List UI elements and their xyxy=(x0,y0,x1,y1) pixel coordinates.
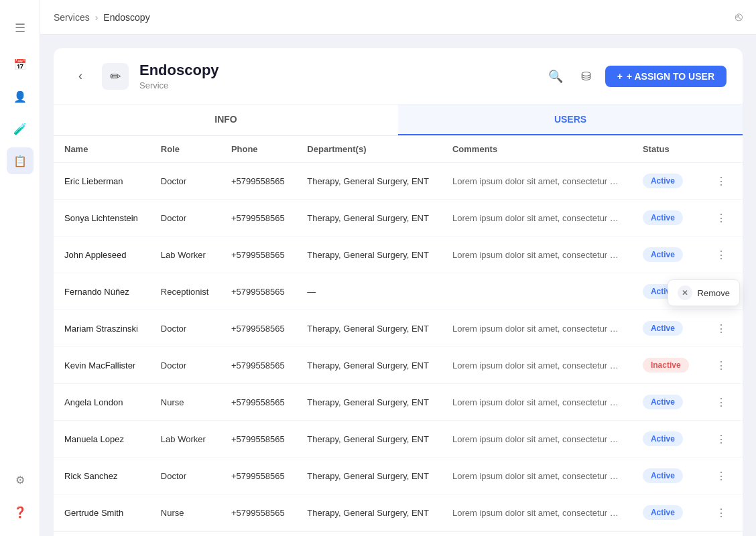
plus-icon: + xyxy=(617,71,623,82)
cell-departments: Therapy, General Surgery, ENT xyxy=(296,310,442,347)
row-menu-button[interactable]: ⋮ xyxy=(711,429,731,449)
cell-comments: Lorem ipsum dolor sit amet, consectetur … xyxy=(442,421,632,458)
table-row: Kevin MacFallister Doctor +5799558565 Th… xyxy=(54,347,743,384)
cell-departments: Therapy, General Surgery, ENT xyxy=(296,421,442,458)
cell-menu: ⋮ xyxy=(700,200,743,237)
cell-menu: ⋮ xyxy=(700,494,743,531)
row-menu-button[interactable]: ⋮ xyxy=(711,208,731,228)
cell-status: Active xyxy=(632,421,700,458)
cell-role: Lab Worker xyxy=(150,237,220,273)
cell-status: Active xyxy=(632,384,700,421)
search-button[interactable]: 🔍 xyxy=(544,64,568,88)
table-row: John Appleseed Lab Worker +5799558565 Th… xyxy=(54,237,743,273)
col-role: Role xyxy=(150,136,220,163)
sidebar-item-help[interactable]: ❓ xyxy=(7,498,34,525)
table-row: Gertrude Smith Nurse +5799558565 Therapy… xyxy=(54,494,743,531)
row-menu-button[interactable]: ⋮ xyxy=(711,392,731,412)
cell-comments: Lorem ipsum dolor sit amet, consectetur … xyxy=(442,237,632,273)
tab-users[interactable]: USERS xyxy=(398,105,743,135)
col-departments: Department(s) xyxy=(296,136,442,163)
status-badge: Active xyxy=(643,174,683,188)
cell-phone: +5799558565 xyxy=(220,494,296,531)
cell-role: Doctor xyxy=(150,347,220,384)
cell-menu: ⋮ xyxy=(700,384,743,421)
status-badge: Active xyxy=(643,210,683,225)
cell-name: Eric Lieberman xyxy=(54,163,150,200)
cell-comments: Lorem ipsum dolor sit amet, consectetur … xyxy=(442,384,632,421)
table-row: Manuela Lopez Lab Worker +5799558565 The… xyxy=(54,421,743,458)
breadcrumb: Services › Endoscopy xyxy=(54,12,150,23)
cell-role: Receptionist xyxy=(150,273,220,310)
col-comments: Comments xyxy=(442,136,632,163)
sidebar-item-settings[interactable]: ⚙ xyxy=(7,466,34,493)
row-menu-button[interactable]: ⋮ xyxy=(711,171,731,191)
cell-name: Kevin MacFallister xyxy=(54,347,150,384)
cell-phone: +5799558565 xyxy=(220,421,296,458)
col-actions xyxy=(700,136,743,163)
dropdown-close-button[interactable]: ✕ xyxy=(678,285,692,300)
breadcrumb-current: Endoscopy xyxy=(103,12,149,23)
sidebar-item-lab[interactable]: 🧪 xyxy=(7,115,34,142)
cell-name: Angela London xyxy=(54,384,150,421)
cell-name: Gertrude Smith xyxy=(54,494,150,531)
cell-status: Inactive xyxy=(632,347,700,384)
cell-phone: +5799558565 xyxy=(220,163,296,200)
row-menu-button[interactable]: ⋮ xyxy=(711,355,731,375)
cell-name: Mariam Straszinski xyxy=(54,310,150,347)
tab-info[interactable]: INFO xyxy=(54,105,398,135)
table-row: Rick Sanchez Doctor +5799558565 Therapy,… xyxy=(54,458,743,494)
cell-role: Doctor xyxy=(150,458,220,494)
assign-to-user-button[interactable]: + + ASSIGN TO USER xyxy=(605,66,727,87)
breadcrumb-separator: › xyxy=(95,12,99,23)
topbar: Services › Endoscopy ⎋ xyxy=(40,0,756,35)
cell-phone: +5799558565 xyxy=(220,384,296,421)
cell-menu: ⋮ xyxy=(700,237,743,273)
status-badge: Active xyxy=(643,395,683,409)
cell-phone: +5799558565 xyxy=(220,310,296,347)
row-action-dropdown: ✕ Remove xyxy=(668,279,740,306)
row-menu-button[interactable]: ⋮ xyxy=(711,466,731,486)
cell-status: Active xyxy=(632,237,700,273)
filter-button[interactable]: ⛁ xyxy=(574,64,598,88)
remove-label[interactable]: Remove xyxy=(698,288,730,298)
col-name: Name xyxy=(54,136,150,163)
header-actions: 🔍 ⛁ + + ASSIGN TO USER xyxy=(544,64,727,88)
sidebar-item-menu[interactable]: ☰ xyxy=(7,15,34,42)
row-menu-button[interactable]: ⋮ xyxy=(711,318,731,338)
cell-comments: Lorem ipsum dolor sit amet, consectetur … xyxy=(442,458,632,494)
service-icon: ✏ xyxy=(102,63,129,90)
cell-phone: +5799558565 xyxy=(220,347,296,384)
cell-name: Sonya Lichtenstein xyxy=(54,200,150,237)
cell-status: Active xyxy=(632,163,700,200)
cell-status: Active xyxy=(632,458,700,494)
back-button[interactable]: ‹ xyxy=(70,66,91,87)
cell-phone: +5799558565 xyxy=(220,200,296,237)
users-table-container: Name Role Phone Department(s) Comments S… xyxy=(54,136,743,531)
cell-departments: — xyxy=(296,273,442,310)
row-menu-button[interactable]: ⋮ xyxy=(711,245,731,265)
status-badge: Active xyxy=(643,431,683,446)
sidebar-item-patients[interactable]: 👤 xyxy=(7,83,34,110)
cell-comments: Lorem ipsum dolor sit amet, consectetur … xyxy=(442,163,632,200)
cell-phone: +5799558565 xyxy=(220,237,296,273)
table-row: Angela London Nurse +5799558565 Therapy,… xyxy=(54,384,743,421)
search-icon: 🔍 xyxy=(548,69,563,84)
users-table: Name Role Phone Department(s) Comments S… xyxy=(54,136,743,531)
breadcrumb-services[interactable]: Services xyxy=(54,12,90,23)
cell-menu: ⋮ xyxy=(700,458,743,494)
row-menu-button[interactable]: ⋮ xyxy=(711,503,731,523)
cell-role: Nurse xyxy=(150,384,220,421)
cell-menu: ⋮ xyxy=(700,310,743,347)
cell-menu: ⋮ xyxy=(700,163,743,200)
status-badge: Inactive xyxy=(643,358,689,373)
sidebar-item-services[interactable]: 📋 xyxy=(7,147,34,174)
cell-comments: Lorem ipsum dolor sit amet, consectetur … xyxy=(442,200,632,237)
logout-icon[interactable]: ⎋ xyxy=(735,10,743,23)
main-content: ‹ ✏ Endoscopy Service 🔍 ⛁ + + ASSIGN TO … xyxy=(40,35,756,536)
sidebar-item-dashboard[interactable]: 📅 xyxy=(7,51,34,78)
col-phone: Phone xyxy=(220,136,296,163)
cell-departments: Therapy, General Surgery, ENT xyxy=(296,200,442,237)
filter-icon: ⛁ xyxy=(581,69,591,84)
cell-comments: Lorem ipsum dolor sit amet, consectetur … xyxy=(442,310,632,347)
cell-status: Active xyxy=(632,494,700,531)
